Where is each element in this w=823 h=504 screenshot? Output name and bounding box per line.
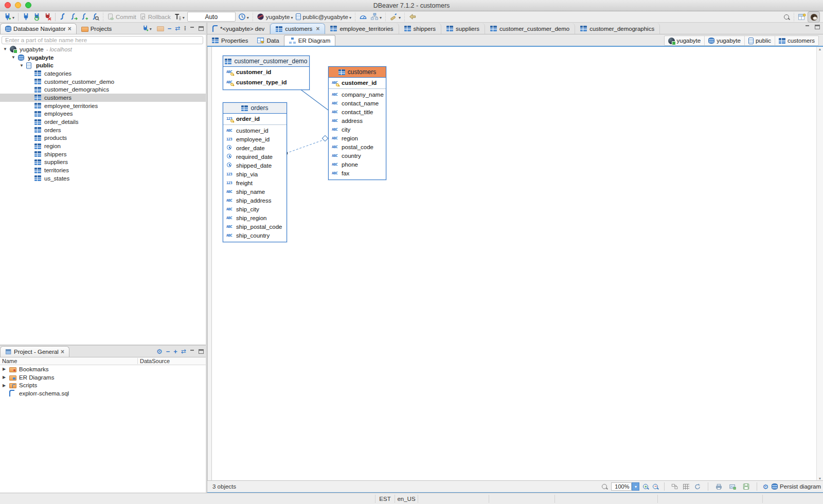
entity-field[interactable]: ship_country: [223, 231, 287, 240]
entity-field[interactable]: contact_title: [329, 107, 386, 116]
breadcrumb-item[interactable]: public: [744, 36, 775, 45]
recent-sql-editor-button[interactable]: [68, 12, 79, 22]
new-connection-button[interactable]: [2, 12, 16, 22]
export-diagram-image-button[interactable]: [727, 481, 738, 492]
table-filter-input[interactable]: [2, 36, 203, 44]
collapse-all-icon[interactable]: [168, 25, 172, 32]
back-navigation-button[interactable]: [407, 12, 418, 22]
tree-item[interactable]: ▼ yugabyte: [0, 53, 206, 62]
entity-field[interactable]: fax: [329, 169, 386, 177]
entity-field[interactable]: postal_code: [329, 142, 386, 151]
entity-field[interactable]: ship_region: [223, 213, 287, 222]
rollback-button[interactable]: Rollback: [138, 12, 172, 22]
open-perspective-button[interactable]: [796, 12, 808, 22]
search-button[interactable]: [782, 12, 792, 22]
tree-item[interactable]: suppliers: [0, 158, 206, 167]
arrange-diagram-button[interactable]: [670, 481, 680, 492]
entity-header[interactable]: customers: [329, 67, 386, 78]
transaction-log-button[interactable]: [172, 12, 186, 22]
sql-format-button[interactable]: [388, 12, 402, 22]
expand-all-icon[interactable]: [173, 348, 177, 355]
new-connection-small-button[interactable]: [140, 23, 153, 33]
entity-field[interactable]: country: [329, 151, 386, 160]
entity-field[interactable]: city: [329, 125, 386, 134]
entity-field[interactable]: address: [329, 116, 386, 125]
transaction-mode-button[interactable]: [237, 12, 251, 22]
minimize-editor-icon[interactable]: [805, 25, 810, 29]
refresh-diagram-button[interactable]: [692, 481, 703, 492]
tree-item[interactable]: region: [0, 142, 206, 150]
expand-arrow[interactable]: ▶: [3, 375, 9, 380]
entity-field[interactable]: phone: [329, 160, 386, 169]
expand-arrow[interactable]: ▼: [11, 55, 18, 60]
column-name[interactable]: Name: [0, 358, 138, 364]
tab-database-navigator[interactable]: Database Navigator: [0, 23, 77, 34]
tree-item[interactable]: products: [0, 134, 206, 142]
new-sql-editor-button[interactable]: [79, 12, 90, 22]
tree-item[interactable]: ▼ public: [0, 61, 206, 69]
close-window-button[interactable]: [5, 2, 11, 8]
tree-item[interactable]: territories: [0, 166, 206, 174]
tree-item[interactable]: order_details: [0, 118, 206, 126]
tree-item[interactable]: ▼ yugabyte - localhost: [0, 45, 206, 53]
expand-arrow[interactable]: ▼: [20, 63, 26, 68]
tree-item[interactable]: orders: [0, 126, 206, 134]
entity-field[interactable]: order_id: [223, 114, 287, 124]
editor-tab[interactable]: customer_demographics: [575, 23, 660, 34]
editor-subtab[interactable]: ER Diagram: [284, 35, 336, 46]
view-menu-icon[interactable]: [184, 25, 186, 32]
canvas-vertical-scrollbar[interactable]: ▲ ▼: [816, 47, 823, 481]
dropdown-caret[interactable]: [12, 14, 14, 20]
entity-field[interactable]: ship_via: [223, 170, 287, 178]
tree-item[interactable]: employee_territories: [0, 102, 206, 110]
reconnect-button[interactable]: [31, 12, 42, 22]
dashboard-button[interactable]: [357, 12, 369, 22]
er-diagram-canvas[interactable]: customer_customer_demo customer_id custo…: [207, 47, 823, 481]
chevron-down-icon[interactable]: [632, 482, 639, 491]
close-tab-icon[interactable]: [316, 25, 319, 32]
dropdown-caret[interactable]: [291, 14, 293, 20]
tab-projects[interactable]: Projects: [77, 23, 117, 34]
editor-tab[interactable]: suppliers: [441, 23, 485, 34]
entity-customers[interactable]: customers customer_id company_name: [328, 66, 386, 180]
project-item[interactable]: ▶ Bookmarks: [0, 365, 206, 373]
tree-item[interactable]: shippers: [0, 150, 206, 158]
zoom-level-select[interactable]: 100%: [611, 482, 639, 491]
entity-field[interactable]: company_name: [329, 88, 386, 99]
maximize-editor-icon[interactable]: [815, 25, 820, 29]
dropdown-caret[interactable]: [183, 14, 185, 20]
active-schema-selector[interactable]: public@yugabyte: [294, 12, 352, 22]
tree-item[interactable]: customer_customer_demo: [0, 78, 206, 86]
project-item[interactable]: ▶ Scripts: [0, 381, 206, 389]
entity-field[interactable]: ship_postal_code: [223, 222, 287, 231]
new-folder-icon[interactable]: [157, 26, 164, 31]
tree-item[interactable]: employees: [0, 110, 206, 118]
dropdown-caret[interactable]: [150, 25, 152, 31]
entity-field[interactable]: ship_city: [223, 205, 287, 213]
dropdown-caret[interactable]: [349, 14, 351, 20]
entity-customer-customer-demo[interactable]: customer_customer_demo customer_id custo…: [223, 56, 310, 90]
maximize-panel-icon[interactable]: [199, 26, 204, 31]
project-item[interactable]: ▶ ER Diagrams: [0, 373, 206, 382]
dbeaver-menu-button[interactable]: [808, 11, 820, 23]
print-diagram-button[interactable]: [713, 481, 724, 492]
network-profile-button[interactable]: [369, 12, 383, 22]
link-with-editor-icon[interactable]: [181, 348, 186, 355]
entity-header[interactable]: customer_customer_demo: [223, 56, 309, 67]
entity-field[interactable]: required_date: [223, 152, 287, 161]
dropdown-caret[interactable]: [380, 14, 382, 20]
tree-item[interactable]: customer_demographics: [0, 85, 206, 94]
link-with-editor-icon[interactable]: [175, 25, 180, 32]
zoom-in-icon[interactable]: +: [642, 483, 649, 490]
dropdown-caret[interactable]: [247, 14, 249, 20]
entity-field[interactable]: shipped_date: [223, 161, 287, 170]
tree-item[interactable]: us_states: [0, 174, 206, 183]
toggle-grid-icon[interactable]: [683, 484, 689, 490]
minimize-window-button[interactable]: [15, 2, 21, 8]
editor-subtab[interactable]: Data: [253, 35, 283, 46]
entity-field[interactable]: customer_id: [329, 78, 386, 88]
save-diagram-button[interactable]: [741, 481, 752, 492]
tree-item[interactable]: customers: [0, 94, 206, 102]
breadcrumb-item[interactable]: yugabyte: [665, 36, 705, 45]
entity-orders[interactable]: orders order_id customer_id: [223, 102, 287, 242]
